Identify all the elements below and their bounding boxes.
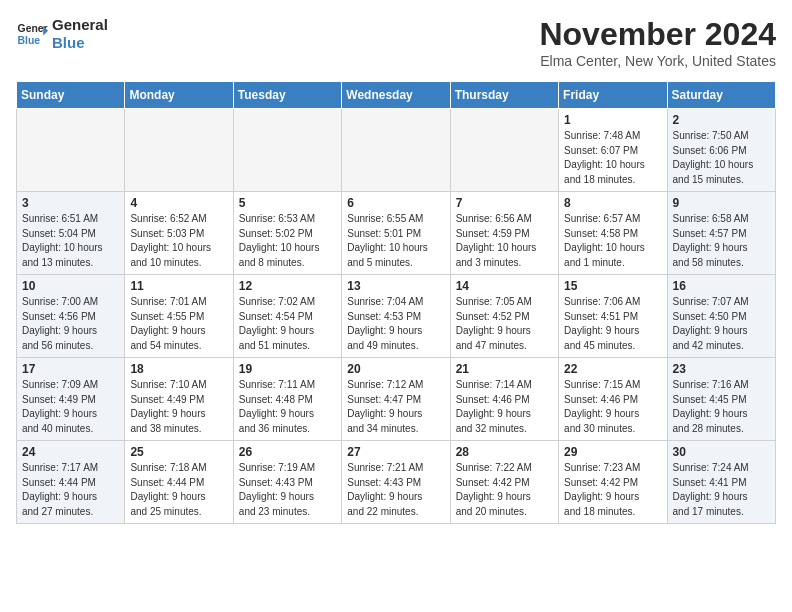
day-number: 26 bbox=[239, 445, 336, 459]
day-info: Sunrise: 6:51 AM Sunset: 5:04 PM Dayligh… bbox=[22, 212, 119, 270]
day-info: Sunrise: 7:23 AM Sunset: 4:42 PM Dayligh… bbox=[564, 461, 661, 519]
svg-text:Blue: Blue bbox=[18, 35, 41, 46]
day-info: Sunrise: 6:57 AM Sunset: 4:58 PM Dayligh… bbox=[564, 212, 661, 270]
day-number: 20 bbox=[347, 362, 444, 376]
day-cell: 3Sunrise: 6:51 AM Sunset: 5:04 PM Daylig… bbox=[17, 192, 125, 275]
week-row-3: 10Sunrise: 7:00 AM Sunset: 4:56 PM Dayli… bbox=[17, 275, 776, 358]
day-info: Sunrise: 7:12 AM Sunset: 4:47 PM Dayligh… bbox=[347, 378, 444, 436]
day-cell: 12Sunrise: 7:02 AM Sunset: 4:54 PM Dayli… bbox=[233, 275, 341, 358]
day-info: Sunrise: 7:07 AM Sunset: 4:50 PM Dayligh… bbox=[673, 295, 770, 353]
day-info: Sunrise: 7:02 AM Sunset: 4:54 PM Dayligh… bbox=[239, 295, 336, 353]
day-cell: 24Sunrise: 7:17 AM Sunset: 4:44 PM Dayli… bbox=[17, 441, 125, 524]
day-number: 16 bbox=[673, 279, 770, 293]
logo-text: General bbox=[52, 16, 108, 34]
col-header-sunday: Sunday bbox=[17, 82, 125, 109]
day-cell: 20Sunrise: 7:12 AM Sunset: 4:47 PM Dayli… bbox=[342, 358, 450, 441]
day-cell: 26Sunrise: 7:19 AM Sunset: 4:43 PM Dayli… bbox=[233, 441, 341, 524]
day-info: Sunrise: 7:04 AM Sunset: 4:53 PM Dayligh… bbox=[347, 295, 444, 353]
day-cell: 19Sunrise: 7:11 AM Sunset: 4:48 PM Dayli… bbox=[233, 358, 341, 441]
day-cell: 9Sunrise: 6:58 AM Sunset: 4:57 PM Daylig… bbox=[667, 192, 775, 275]
day-info: Sunrise: 6:58 AM Sunset: 4:57 PM Dayligh… bbox=[673, 212, 770, 270]
location: Elma Center, New York, United States bbox=[539, 53, 776, 69]
day-info: Sunrise: 7:11 AM Sunset: 4:48 PM Dayligh… bbox=[239, 378, 336, 436]
day-info: Sunrise: 7:24 AM Sunset: 4:41 PM Dayligh… bbox=[673, 461, 770, 519]
day-info: Sunrise: 6:56 AM Sunset: 4:59 PM Dayligh… bbox=[456, 212, 553, 270]
day-info: Sunrise: 6:52 AM Sunset: 5:03 PM Dayligh… bbox=[130, 212, 227, 270]
day-info: Sunrise: 7:00 AM Sunset: 4:56 PM Dayligh… bbox=[22, 295, 119, 353]
day-number: 10 bbox=[22, 279, 119, 293]
day-cell bbox=[17, 109, 125, 192]
week-row-5: 24Sunrise: 7:17 AM Sunset: 4:44 PM Dayli… bbox=[17, 441, 776, 524]
day-info: Sunrise: 7:05 AM Sunset: 4:52 PM Dayligh… bbox=[456, 295, 553, 353]
day-cell: 17Sunrise: 7:09 AM Sunset: 4:49 PM Dayli… bbox=[17, 358, 125, 441]
day-number: 3 bbox=[22, 196, 119, 210]
day-number: 8 bbox=[564, 196, 661, 210]
day-cell: 28Sunrise: 7:22 AM Sunset: 4:42 PM Dayli… bbox=[450, 441, 558, 524]
day-info: Sunrise: 7:19 AM Sunset: 4:43 PM Dayligh… bbox=[239, 461, 336, 519]
col-header-friday: Friday bbox=[559, 82, 667, 109]
day-number: 11 bbox=[130, 279, 227, 293]
day-cell: 1Sunrise: 7:48 AM Sunset: 6:07 PM Daylig… bbox=[559, 109, 667, 192]
day-cell: 11Sunrise: 7:01 AM Sunset: 4:55 PM Dayli… bbox=[125, 275, 233, 358]
day-cell: 4Sunrise: 6:52 AM Sunset: 5:03 PM Daylig… bbox=[125, 192, 233, 275]
logo-subtext: Blue bbox=[52, 34, 108, 52]
day-number: 1 bbox=[564, 113, 661, 127]
col-header-thursday: Thursday bbox=[450, 82, 558, 109]
day-info: Sunrise: 7:01 AM Sunset: 4:55 PM Dayligh… bbox=[130, 295, 227, 353]
day-number: 27 bbox=[347, 445, 444, 459]
day-number: 2 bbox=[673, 113, 770, 127]
day-cell: 6Sunrise: 6:55 AM Sunset: 5:01 PM Daylig… bbox=[342, 192, 450, 275]
day-number: 13 bbox=[347, 279, 444, 293]
day-info: Sunrise: 7:14 AM Sunset: 4:46 PM Dayligh… bbox=[456, 378, 553, 436]
col-header-monday: Monday bbox=[125, 82, 233, 109]
day-info: Sunrise: 7:22 AM Sunset: 4:42 PM Dayligh… bbox=[456, 461, 553, 519]
day-info: Sunrise: 7:18 AM Sunset: 4:44 PM Dayligh… bbox=[130, 461, 227, 519]
day-number: 6 bbox=[347, 196, 444, 210]
day-cell: 30Sunrise: 7:24 AM Sunset: 4:41 PM Dayli… bbox=[667, 441, 775, 524]
logo-icon: General Blue bbox=[16, 18, 48, 50]
day-number: 7 bbox=[456, 196, 553, 210]
day-info: Sunrise: 7:16 AM Sunset: 4:45 PM Dayligh… bbox=[673, 378, 770, 436]
day-number: 17 bbox=[22, 362, 119, 376]
day-number: 29 bbox=[564, 445, 661, 459]
day-info: Sunrise: 7:06 AM Sunset: 4:51 PM Dayligh… bbox=[564, 295, 661, 353]
day-cell: 10Sunrise: 7:00 AM Sunset: 4:56 PM Dayli… bbox=[17, 275, 125, 358]
calendar-table: SundayMondayTuesdayWednesdayThursdayFrid… bbox=[16, 81, 776, 524]
col-header-saturday: Saturday bbox=[667, 82, 775, 109]
header-row: SundayMondayTuesdayWednesdayThursdayFrid… bbox=[17, 82, 776, 109]
day-info: Sunrise: 7:50 AM Sunset: 6:06 PM Dayligh… bbox=[673, 129, 770, 187]
day-cell: 7Sunrise: 6:56 AM Sunset: 4:59 PM Daylig… bbox=[450, 192, 558, 275]
day-number: 22 bbox=[564, 362, 661, 376]
week-row-4: 17Sunrise: 7:09 AM Sunset: 4:49 PM Dayli… bbox=[17, 358, 776, 441]
day-cell bbox=[342, 109, 450, 192]
week-row-1: 1Sunrise: 7:48 AM Sunset: 6:07 PM Daylig… bbox=[17, 109, 776, 192]
day-number: 18 bbox=[130, 362, 227, 376]
day-cell: 25Sunrise: 7:18 AM Sunset: 4:44 PM Dayli… bbox=[125, 441, 233, 524]
day-cell bbox=[450, 109, 558, 192]
day-number: 21 bbox=[456, 362, 553, 376]
day-number: 4 bbox=[130, 196, 227, 210]
day-cell: 8Sunrise: 6:57 AM Sunset: 4:58 PM Daylig… bbox=[559, 192, 667, 275]
day-number: 23 bbox=[673, 362, 770, 376]
day-number: 15 bbox=[564, 279, 661, 293]
day-info: Sunrise: 7:21 AM Sunset: 4:43 PM Dayligh… bbox=[347, 461, 444, 519]
day-info: Sunrise: 7:10 AM Sunset: 4:49 PM Dayligh… bbox=[130, 378, 227, 436]
col-header-wednesday: Wednesday bbox=[342, 82, 450, 109]
day-cell: 23Sunrise: 7:16 AM Sunset: 4:45 PM Dayli… bbox=[667, 358, 775, 441]
day-info: Sunrise: 6:53 AM Sunset: 5:02 PM Dayligh… bbox=[239, 212, 336, 270]
page-header: General Blue General Blue November 2024 … bbox=[16, 16, 776, 69]
day-cell: 29Sunrise: 7:23 AM Sunset: 4:42 PM Dayli… bbox=[559, 441, 667, 524]
day-number: 9 bbox=[673, 196, 770, 210]
day-number: 5 bbox=[239, 196, 336, 210]
day-number: 25 bbox=[130, 445, 227, 459]
month-title: November 2024 bbox=[539, 16, 776, 53]
day-number: 30 bbox=[673, 445, 770, 459]
day-cell bbox=[233, 109, 341, 192]
day-number: 28 bbox=[456, 445, 553, 459]
title-block: November 2024 Elma Center, New York, Uni… bbox=[539, 16, 776, 69]
day-info: Sunrise: 7:09 AM Sunset: 4:49 PM Dayligh… bbox=[22, 378, 119, 436]
day-cell: 13Sunrise: 7:04 AM Sunset: 4:53 PM Dayli… bbox=[342, 275, 450, 358]
logo: General Blue General Blue bbox=[16, 16, 108, 52]
day-info: Sunrise: 6:55 AM Sunset: 5:01 PM Dayligh… bbox=[347, 212, 444, 270]
day-number: 12 bbox=[239, 279, 336, 293]
